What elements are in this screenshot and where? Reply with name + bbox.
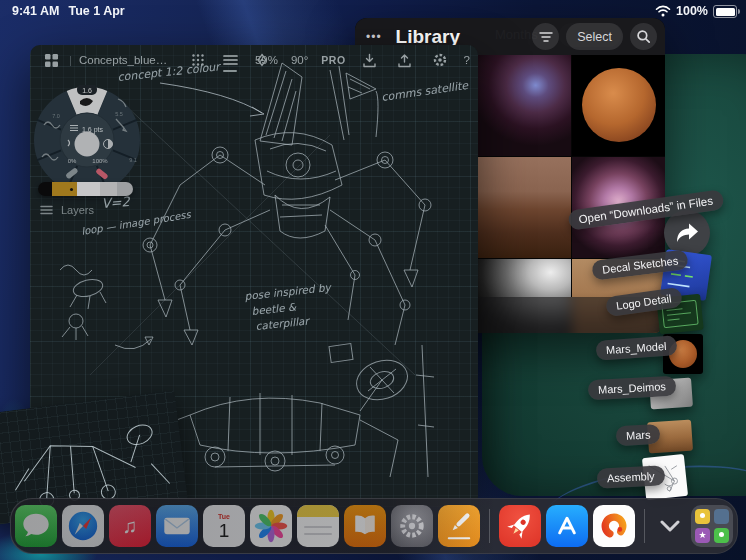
chevron-down-icon [659, 520, 681, 532]
svg-text:9.1: 9.1 [129, 157, 137, 163]
search-button[interactable] [630, 23, 657, 50]
dock-icon-safari[interactable] [62, 505, 104, 547]
calendar-day: 1 [219, 521, 230, 541]
precision-button[interactable] [187, 49, 209, 71]
svg-text:5.5: 5.5 [115, 111, 123, 117]
app-library-tile-purple: ★ [695, 528, 710, 543]
select-button[interactable]: Select [566, 23, 623, 50]
import-button[interactable] [359, 49, 381, 71]
dock-icon-books[interactable] [344, 505, 386, 547]
drag-label-mars: Mars [616, 424, 661, 446]
rotation-value[interactable]: 90° [291, 54, 308, 66]
layers-menu-icon [40, 205, 53, 215]
help-button[interactable]: ? [464, 54, 470, 66]
svg-text:7.0: 7.0 [52, 113, 60, 119]
search-icon [636, 29, 651, 44]
dock-divider [644, 509, 645, 543]
mail-icon [156, 505, 198, 547]
menu-button-active[interactable] [219, 49, 241, 71]
document-title[interactable]: Concepts_blue… [79, 54, 167, 66]
music-note-icon: ♫ [123, 515, 138, 538]
pro-badge[interactable]: PRO [321, 54, 345, 66]
color-palette-bar[interactable] [38, 182, 133, 196]
export-icon [397, 53, 412, 68]
export-button[interactable] [394, 49, 416, 71]
annotation-v2: V=2 [101, 194, 131, 211]
filter-button[interactable] [532, 23, 559, 50]
swatch-white-selected[interactable] [77, 182, 100, 196]
drag-label-assembly: Assembly [597, 465, 666, 489]
annotation-pose-2: beetle & [251, 300, 297, 317]
dock-icon-calendar[interactable]: Tue 1 [203, 505, 245, 547]
annotation-comms-satellite: comms satellite [381, 79, 470, 104]
window-options-icon[interactable]: ••• [366, 30, 382, 44]
dock-icon-messages[interactable] [15, 505, 57, 547]
app-store-icon [546, 505, 588, 547]
photo-horsehead-nebula[interactable] [478, 55, 571, 156]
dock-icon-photos[interactable] [250, 505, 292, 547]
forward-arrow-icon [674, 222, 700, 244]
opacity-max-label: 100% [92, 158, 108, 164]
dock-icon-settings[interactable] [391, 505, 433, 547]
gallery-button[interactable] [40, 49, 62, 71]
brush-tool-wheel[interactable]: 1.6 7.0 5.5 6.9 9.1 1.6 pts [32, 85, 142, 195]
battery-icon [713, 5, 737, 18]
dock-collapse-button[interactable] [654, 505, 686, 547]
dock-icon-music[interactable]: ♫ [109, 505, 151, 547]
settings-button[interactable] [429, 49, 451, 71]
settings-gear-icon [391, 505, 433, 547]
app-library-tile-blue [714, 509, 729, 524]
dock-icon-sketch-pen-app[interactable] [438, 505, 480, 547]
dock: ♫ Tue 1 [10, 498, 738, 554]
nine-dots-icon [191, 53, 205, 67]
photo-mars-globe[interactable] [572, 55, 665, 156]
concepts-c-icon [593, 505, 635, 547]
battery-percent: 100% [676, 4, 708, 18]
swatch-black[interactable] [38, 182, 52, 196]
books-icon [344, 505, 386, 547]
dock-icon-app-library[interactable]: ★ [691, 505, 733, 547]
hamburger-icon [223, 54, 238, 66]
pen-app-icon [438, 505, 480, 547]
import-icon [362, 53, 377, 68]
dock-icon-concepts[interactable] [593, 505, 635, 547]
annotation-loop: loop — image process [81, 209, 193, 238]
concepts-toolbar: | Concepts_blue… [30, 45, 478, 75]
gear-icon [432, 52, 448, 68]
wifi-icon [655, 5, 671, 17]
app-library-tile-yellow [695, 509, 710, 524]
app-grid-icon [44, 53, 59, 68]
photo-mars-hills[interactable] [478, 157, 571, 258]
zoom-level[interactable]: 59% [255, 54, 278, 66]
swatch-gold[interactable] [52, 182, 77, 196]
selected-swatch-dot [70, 188, 73, 191]
brush-size-badge: 1.6 [82, 87, 92, 94]
status-time: 9:41 AM [12, 4, 59, 18]
photos-flower-icon [250, 505, 292, 547]
dock-divider [489, 509, 490, 543]
dock-icon-rocket-app[interactable] [499, 505, 541, 547]
ipad-screen: 9:41 AM Tue 1 Apr 100% Months All [0, 0, 746, 560]
annotation-pose-3: caterpillar [255, 314, 311, 333]
swatch-gray[interactable] [117, 182, 133, 196]
dock-icon-notes[interactable] [297, 505, 339, 547]
safari-icon [62, 505, 104, 547]
app-library-tile-green [714, 528, 729, 543]
color-preview[interactable] [75, 132, 100, 157]
rocket-icon [499, 505, 541, 547]
opacity-min-label: 0% [68, 158, 77, 164]
layers-button[interactable]: Layers [40, 204, 94, 216]
status-date: Tue 1 Apr [68, 4, 124, 18]
swatch-lightgray[interactable] [100, 182, 117, 196]
status-bar: 9:41 AM Tue 1 Apr 100% [0, 0, 746, 22]
annotation-pose-1: pose inspired by [244, 281, 333, 303]
filter-lines-icon [539, 31, 553, 43]
messages-icon [15, 505, 57, 547]
dock-icon-mail[interactable] [156, 505, 198, 547]
dock-icon-app-store[interactable] [546, 505, 588, 547]
